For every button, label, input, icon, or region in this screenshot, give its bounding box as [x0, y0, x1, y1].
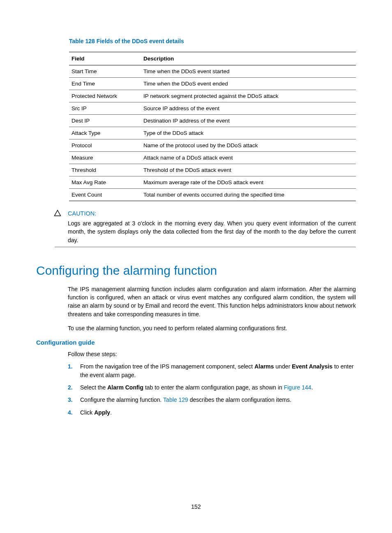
cell-field: Protocol — [69, 139, 141, 152]
step-item: 4. Click Apply. — [68, 408, 356, 417]
cell-desc: Time when the DDoS event ended — [141, 78, 356, 90]
cell-desc: Destination IP address of the event — [141, 115, 356, 127]
fields-table: Field Description Start TimeTime when th… — [69, 52, 356, 201]
step-text: . — [311, 384, 313, 391]
step-text: under — [274, 363, 292, 370]
step-text: . — [110, 409, 112, 416]
caution-icon — [54, 209, 61, 218]
step-bold: Event Analysis — [292, 363, 332, 370]
cell-field: Dest IP — [69, 115, 141, 127]
cell-desc: Source IP address of the event — [141, 102, 356, 115]
table-row: End TimeTime when the DDoS event ended — [69, 78, 356, 90]
subsection-heading: Configuration guide — [36, 339, 356, 346]
table-caption: Table 128 Fields of the DDoS event detai… — [69, 38, 356, 44]
step-text: Select the — [80, 384, 107, 391]
page-number: 152 — [0, 503, 392, 510]
step-text: tab to enter the alarm configuration pag… — [143, 384, 284, 391]
caution-text: Logs are aggregated at 3 o'clock in the … — [68, 219, 356, 244]
figure-link[interactable]: Figure 144 — [284, 384, 311, 391]
step-number: 1. — [68, 362, 73, 371]
cell-field: Max Avg Rate — [69, 176, 141, 189]
table-row: Protected NetworkIP network segment prot… — [69, 90, 356, 102]
cell-field: Start Time — [69, 65, 141, 78]
caution-block: CAUTION: Logs are aggregated at 3 o'cloc… — [55, 210, 356, 247]
step-text: Click — [80, 409, 94, 416]
body-paragraph: The IPS management alarming function inc… — [68, 285, 356, 318]
cell-desc: Maximum average rate of the DDoS attack … — [141, 176, 356, 189]
steps-list: 1. From the navigation tree of the IPS m… — [68, 362, 356, 416]
table-link[interactable]: Table 129 — [163, 396, 188, 403]
cell-field: Threshold — [69, 164, 141, 176]
table-header-field: Field — [69, 52, 141, 65]
step-number: 4. — [68, 408, 73, 417]
cell-field: Event Count — [69, 189, 141, 201]
table-row: Max Avg RateMaximum average rate of the … — [69, 176, 356, 189]
step-item: 2. Select the Alarm Config tab to enter … — [68, 383, 356, 392]
cell-desc: Threshold of the DDoS attack event — [141, 164, 356, 176]
step-number: 2. — [68, 383, 73, 392]
step-text: describes the alarm configuration items. — [188, 396, 291, 403]
cell-field: End Time — [69, 78, 141, 90]
step-number: 3. — [68, 396, 73, 404]
table-row: Src IPSource IP address of the event — [69, 102, 356, 115]
table-row: ProtocolName of the protocol used by the… — [69, 139, 356, 152]
table-row: Start TimeTime when the DDoS event start… — [69, 65, 356, 78]
cell-desc: Attack name of a DDoS attack event — [141, 152, 356, 164]
table-row: Event CountTotal number of events occurr… — [69, 189, 356, 201]
section-heading: Configuring the alarming function — [36, 264, 356, 278]
table-row: Attack TypeType of the DDoS attack — [69, 127, 356, 139]
cell-field: Protected Network — [69, 90, 141, 102]
caution-label: CAUTION: — [68, 210, 356, 217]
step-item: 3. Configure the alarming function. Tabl… — [68, 396, 356, 404]
step-text: From the navigation tree of the IPS mana… — [80, 363, 254, 370]
body-paragraph: To use the alarming function, you need t… — [68, 324, 356, 332]
table-row: MeasureAttack name of a DDoS attack even… — [69, 152, 356, 164]
step-bold: Alarms — [254, 363, 274, 370]
step-bold: Alarm Config — [107, 384, 143, 391]
cell-desc: IP network segment protected against the… — [141, 90, 356, 102]
step-item: 1. From the navigation tree of the IPS m… — [68, 362, 356, 379]
step-bold: Apply — [94, 409, 110, 416]
cell-field: Src IP — [69, 102, 141, 115]
cell-field: Measure — [69, 152, 141, 164]
cell-desc: Time when the DDoS event started — [141, 65, 356, 78]
table-header-description: Description — [141, 52, 356, 65]
follow-steps-text: Follow these steps: — [68, 351, 356, 357]
cell-desc: Name of the protocol used by the DDoS at… — [141, 139, 356, 152]
step-text: Configure the alarming function. — [80, 396, 163, 403]
cell-field: Attack Type — [69, 127, 141, 139]
cell-desc: Type of the DDoS attack — [141, 127, 356, 139]
cell-desc: Total number of events occurred during t… — [141, 189, 356, 201]
table-row: ThresholdThreshold of the DDoS attack ev… — [69, 164, 356, 176]
table-row: Dest IPDestination IP address of the eve… — [69, 115, 356, 127]
